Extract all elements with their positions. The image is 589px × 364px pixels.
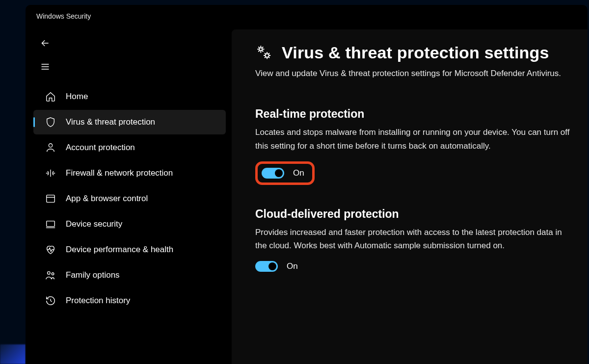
shield-icon: [45, 117, 56, 128]
sidebar-item-label: Virus & threat protection: [66, 117, 155, 127]
main-content: Virus & threat protection settings View …: [232, 29, 588, 364]
svg-rect-1: [47, 195, 55, 203]
settings-gears-icon: [255, 44, 272, 62]
account-icon: [45, 142, 56, 153]
svg-point-3: [48, 272, 51, 275]
section-cloud-protection: Cloud-delivered protection Provides incr…: [255, 208, 572, 272]
sidebar-item-firewall[interactable]: Firewall & network protection: [33, 161, 226, 185]
app-browser-icon: [45, 193, 56, 204]
toggle-state-label: On: [287, 261, 298, 271]
nav-list: Home Virus & threat protection Account p…: [30, 83, 229, 314]
toggle-highlight-ring: On: [255, 161, 315, 185]
sidebar-item-label: Family options: [66, 270, 120, 280]
window-body: Home Virus & threat protection Account p…: [26, 27, 588, 364]
svg-point-6: [265, 53, 268, 57]
svg-point-5: [259, 48, 262, 51]
section-title: Real-time protection: [255, 107, 572, 121]
sidebar-item-label: Device performance & health: [66, 245, 173, 255]
windows-security-window: Windows Security Home: [26, 5, 588, 364]
sidebar-item-label: App & browser control: [66, 194, 148, 204]
sidebar-item-virus[interactable]: Virus & threat protection: [33, 110, 226, 134]
device-icon: [45, 219, 56, 230]
section-description: Locates and stops malware from installin…: [255, 126, 572, 152]
arrow-left-icon: [40, 38, 50, 50]
realtime-protection-toggle[interactable]: [262, 168, 284, 179]
sidebar-item-label: Home: [66, 92, 88, 102]
svg-rect-2: [47, 221, 55, 227]
menu-icon: [40, 62, 50, 74]
titlebar: Windows Security: [26, 5, 588, 27]
page-title: Virus & threat protection settings: [282, 43, 549, 62]
sidebar-item-label: Firewall & network protection: [66, 168, 173, 178]
page-description: View and update Virus & threat protectio…: [255, 67, 572, 80]
svg-point-0: [49, 144, 52, 147]
hamburger-button[interactable]: [35, 58, 55, 78]
sidebar-item-label: Device security: [66, 219, 122, 229]
sidebar-item-device[interactable]: Device security: [33, 212, 226, 236]
toggle-state-label: On: [293, 168, 304, 178]
back-button[interactable]: [35, 34, 55, 54]
svg-point-4: [52, 273, 54, 275]
desktop-background: [0, 344, 26, 364]
sidebar-item-performance[interactable]: Device performance & health: [33, 237, 226, 262]
home-icon: [45, 91, 56, 102]
sidebar-item-home[interactable]: Home: [33, 84, 226, 109]
cloud-protection-toggle[interactable]: [255, 261, 278, 272]
firewall-icon: [45, 168, 56, 179]
window-title: Windows Security: [36, 12, 91, 20]
section-description: Provides increased and faster protection…: [255, 226, 572, 252]
sidebar: Home Virus & threat protection Account p…: [26, 27, 232, 364]
sidebar-item-label: Account protection: [66, 143, 135, 153]
sidebar-item-family[interactable]: Family options: [33, 263, 226, 287]
sidebar-item-history[interactable]: Protection history: [33, 288, 226, 313]
page-header: Virus & threat protection settings: [255, 43, 572, 62]
heart-pulse-icon: [45, 244, 56, 255]
toggle-row: On: [255, 261, 298, 272]
sidebar-item-app[interactable]: App & browser control: [33, 186, 226, 211]
family-icon: [45, 270, 56, 281]
sidebar-item-account[interactable]: Account protection: [33, 135, 226, 160]
history-icon: [45, 295, 56, 306]
sidebar-item-label: Protection history: [66, 296, 130, 306]
section-title: Cloud-delivered protection: [255, 208, 572, 221]
section-realtime-protection: Real-time protection Locates and stops m…: [255, 107, 572, 184]
